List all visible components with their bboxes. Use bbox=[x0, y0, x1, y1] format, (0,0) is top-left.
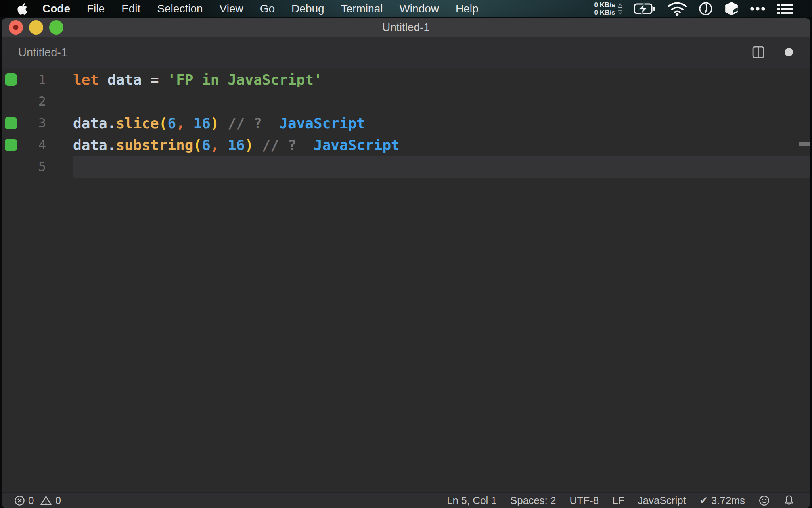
code-token: = bbox=[150, 71, 159, 88]
quokka-inline-value: JavaScript bbox=[314, 137, 400, 153]
editor-actions bbox=[752, 37, 793, 68]
statusbar-item-indentation[interactable]: Spaces: 2 bbox=[510, 495, 556, 507]
menu-items: CodeFileEditSelectionViewGoDebugTerminal… bbox=[42, 2, 479, 15]
code-token: , bbox=[176, 115, 185, 131]
split-editor-icon[interactable] bbox=[752, 46, 765, 59]
editor-line-1[interactable]: 1let data = 'FP in JavaScript' bbox=[2, 69, 810, 90]
menu-item-go[interactable]: Go bbox=[260, 2, 275, 15]
menu-item-view[interactable]: View bbox=[220, 2, 243, 15]
code-token: substring bbox=[116, 137, 193, 153]
code-token: slice bbox=[116, 115, 159, 131]
menu-item-code[interactable]: Code bbox=[42, 2, 70, 15]
apple-logo-icon bbox=[17, 2, 28, 15]
statusbar-item-quokka-runtime[interactable]: ✔3.72ms bbox=[699, 495, 745, 507]
network-upload-speed: 0 KB/s bbox=[594, 1, 615, 9]
overview-ruler[interactable] bbox=[799, 69, 810, 492]
code-line-content: data.slice(6, 16) // ? JavaScript bbox=[73, 112, 365, 134]
editor-lines: 1let data = 'FP in JavaScript'23data.sli… bbox=[2, 69, 810, 178]
error-count: 0 bbox=[28, 495, 34, 507]
code-token bbox=[99, 71, 107, 88]
code-token: // ? bbox=[219, 115, 262, 131]
line-number: 5 bbox=[2, 156, 46, 178]
menu-item-window[interactable]: Window bbox=[399, 2, 439, 15]
statusbar-item-eol-sequence[interactable]: LF bbox=[612, 495, 624, 507]
unsaved-indicator-dot[interactable] bbox=[785, 48, 793, 56]
check-icon: ✔ bbox=[699, 495, 708, 506]
menubar-status-icons: 0 KB/s 0 KB/s △ ▽ bbox=[594, 0, 794, 17]
statusbar-item-label: UTF-8 bbox=[570, 495, 599, 507]
code-token: ) bbox=[211, 115, 219, 131]
code-token: 16 bbox=[185, 115, 211, 131]
code-token bbox=[142, 71, 150, 88]
editor-line-4[interactable]: 4data.substring(6, 16) // ? JavaScript bbox=[2, 134, 810, 156]
code-token: let bbox=[73, 71, 99, 88]
traffic-lights bbox=[9, 20, 63, 35]
cursor-position-marker bbox=[799, 142, 810, 146]
statusbar-item-language-mode[interactable]: JavaScript bbox=[638, 495, 686, 507]
network-speed-indicator[interactable]: 0 KB/s 0 KB/s △ ▽ bbox=[594, 1, 622, 16]
line-number: 3 bbox=[2, 112, 46, 134]
upload-arrow-icon: △ bbox=[618, 1, 622, 9]
wifi-icon[interactable] bbox=[667, 1, 688, 16]
statusbar-item-label: 3.72ms bbox=[711, 495, 745, 507]
code-token: // ? bbox=[253, 137, 296, 153]
statusbar-item-label: LF bbox=[612, 495, 624, 507]
more-dots-icon[interactable] bbox=[750, 6, 766, 11]
code-token: 6 bbox=[202, 137, 211, 153]
menu-item-selection[interactable]: Selection bbox=[157, 2, 203, 15]
unsaved-dot-icon bbox=[13, 25, 19, 30]
minimize-button[interactable] bbox=[29, 20, 43, 35]
tab-untitled-1[interactable]: Untitled-1 bbox=[18, 46, 67, 59]
editor-line-3[interactable]: 3data.slice(6, 16) // ? JavaScript bbox=[2, 112, 810, 134]
code-token: ( bbox=[159, 115, 168, 131]
code-token bbox=[262, 115, 279, 131]
menu-item-debug[interactable]: Debug bbox=[291, 2, 324, 15]
editor-tab-bar: Untitled-1 bbox=[2, 37, 810, 68]
warning-icon bbox=[40, 495, 52, 506]
tweet-feedback-icon[interactable] bbox=[758, 495, 770, 506]
statusbar-item-label: JavaScript bbox=[638, 495, 686, 507]
macos-menu-bar: CodeFileEditSelectionViewGoDebugTerminal… bbox=[0, 0, 812, 17]
code-token bbox=[159, 71, 168, 88]
vscode-window: Untitled-1 Untitled-1 1let data = 'FP in… bbox=[2, 18, 810, 508]
code-token: . bbox=[107, 137, 116, 153]
clock-icon[interactable] bbox=[698, 1, 713, 16]
close-button[interactable] bbox=[9, 20, 23, 35]
menu-item-file[interactable]: File bbox=[87, 2, 105, 15]
problems-indicator[interactable]: 0 0 bbox=[14, 495, 61, 507]
code-token: 'FP in JavaScript' bbox=[167, 71, 322, 88]
statusbar-item-cursor-position[interactable]: Ln 5, Col 1 bbox=[447, 495, 497, 507]
notifications-bell-icon[interactable] bbox=[783, 495, 795, 506]
window-title: Untitled-1 bbox=[382, 21, 430, 34]
menu-item-help[interactable]: Help bbox=[456, 2, 479, 15]
apple-menu[interactable] bbox=[17, 2, 28, 15]
menu-item-terminal[interactable]: Terminal bbox=[341, 2, 383, 15]
download-arrow-icon: ▽ bbox=[618, 9, 622, 16]
statusbar-items: Ln 5, Col 1Spaces: 2UTF-8LFJavaScript✔3.… bbox=[447, 495, 745, 507]
warning-count: 0 bbox=[55, 495, 61, 507]
editor-line-5[interactable]: 5 bbox=[2, 156, 810, 178]
zoom-button[interactable] bbox=[49, 20, 63, 35]
code-token: 6 bbox=[167, 115, 176, 131]
window-titlebar[interactable]: Untitled-1 bbox=[2, 18, 810, 37]
statusbar-item-encoding[interactable]: UTF-8 bbox=[570, 495, 599, 507]
line-number: 2 bbox=[2, 90, 46, 112]
status-bar: 0 0 Ln 5, Col 1Spaces: 2UTF-8LFJavaScrip… bbox=[2, 492, 810, 508]
code-token bbox=[297, 137, 314, 153]
code-token: data bbox=[107, 71, 142, 88]
statusbar-item-label: Ln 5, Col 1 bbox=[447, 495, 497, 507]
code-token: 16 bbox=[219, 137, 245, 153]
code-token: ( bbox=[193, 137, 202, 153]
code-editor[interactable]: 1let data = 'FP in JavaScript'23data.sli… bbox=[2, 69, 810, 492]
editor-line-2[interactable]: 2 bbox=[2, 90, 810, 112]
list-icon[interactable] bbox=[776, 2, 794, 15]
quokka-inline-value: JavaScript bbox=[279, 115, 365, 131]
cube-icon[interactable] bbox=[724, 1, 739, 16]
code-token: data bbox=[73, 137, 107, 153]
code-token: , bbox=[211, 137, 219, 153]
menu-item-edit[interactable]: Edit bbox=[121, 2, 140, 15]
battery-charging-icon[interactable] bbox=[633, 2, 656, 15]
network-download-speed: 0 KB/s bbox=[594, 9, 615, 16]
code-token: ) bbox=[245, 137, 254, 153]
code-token: . bbox=[107, 115, 116, 131]
